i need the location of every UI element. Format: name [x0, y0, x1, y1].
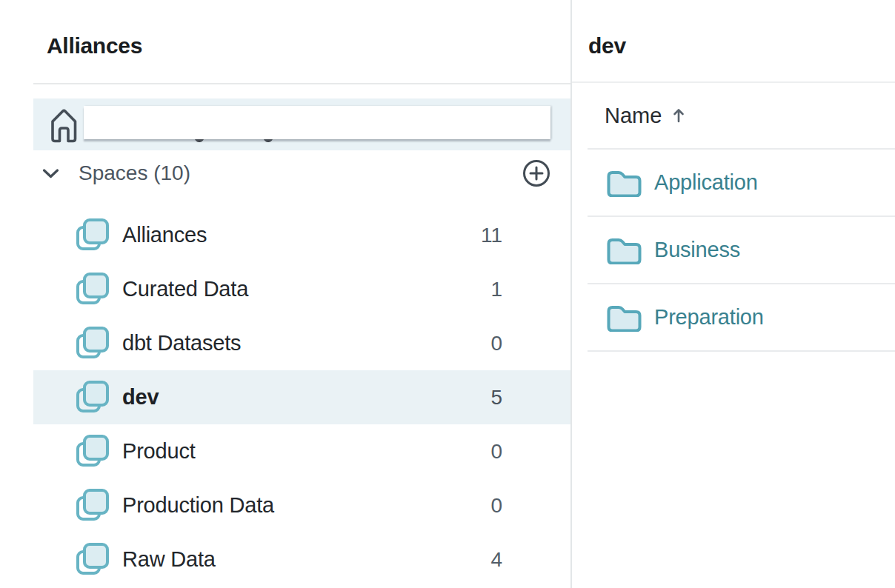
sidebar-item-dbt-datasets[interactable]: dbt Datasets 0	[33, 316, 570, 370]
space-label: Alliances	[122, 223, 207, 247]
space-icon	[76, 380, 109, 415]
table-row-application[interactable]: Application	[588, 150, 895, 217]
space-label: Product	[122, 439, 196, 464]
folder-link[interactable]: Preparation	[654, 305, 764, 330]
space-label: Curated Data	[122, 277, 248, 301]
divider	[33, 83, 570, 84]
space-icon	[76, 326, 109, 361]
space-label: Raw Data	[122, 547, 216, 572]
spaces-sidebar: Alliances Spaces (10)	[0, 0, 572, 588]
table-row-business[interactable]: Business	[588, 217, 895, 284]
space-content-panel: dev Name Application	[572, 0, 895, 588]
page-title: dev	[588, 33, 895, 63]
chevron-down-icon[interactable]	[42, 168, 59, 179]
space-label: Production Data	[122, 493, 274, 518]
folder-icon	[607, 169, 642, 197]
plus-circle-icon[interactable]	[522, 158, 551, 188]
spaces-section-label[interactable]: Spaces (10)	[79, 161, 190, 185]
space-icon	[76, 434, 109, 469]
space-icon	[76, 272, 109, 307]
sidebar-item-product[interactable]: Product 0	[33, 424, 570, 478]
sort-ascending-icon[interactable]	[672, 107, 685, 124]
space-count: 0	[471, 332, 502, 355]
table-row-preparation[interactable]: Preparation	[588, 284, 895, 352]
sidebar-item-raw-data[interactable]: Raw Data 4	[33, 532, 570, 587]
space-label: dev	[122, 385, 159, 410]
space-count: 4	[471, 548, 502, 572]
space-count: 0	[471, 440, 502, 464]
home-row[interactable]	[33, 98, 570, 150]
table-header: Name	[572, 83, 895, 148]
space-icon	[76, 542, 109, 577]
home-icon	[49, 106, 79, 144]
sidebar-item-production-data[interactable]: Production Data 0	[33, 478, 570, 532]
folder-icon	[607, 304, 642, 332]
space-list: Alliances 11 Curated Data 1	[0, 208, 570, 587]
name-column-header[interactable]: Name	[605, 104, 662, 128]
folder-link[interactable]: Business	[654, 238, 740, 262]
app-window: Alliances Spaces (10)	[0, 0, 895, 588]
space-count: 0	[471, 494, 502, 518]
space-icon	[76, 218, 109, 253]
sidebar-title: Alliances	[47, 33, 570, 63]
redaction-overlay	[84, 106, 550, 139]
space-label: dbt Datasets	[122, 331, 241, 355]
space-icon	[76, 488, 109, 523]
space-count: 11	[471, 224, 502, 247]
space-count: 1	[471, 278, 502, 301]
sidebar-item-curated-data[interactable]: Curated Data 1	[33, 262, 570, 316]
folder-icon	[607, 236, 642, 264]
sidebar-item-dev[interactable]: dev 5	[33, 370, 570, 424]
space-count: 5	[471, 386, 502, 410]
sidebar-item-alliances[interactable]: Alliances 11	[33, 208, 570, 262]
spaces-section-header: Spaces (10)	[33, 158, 570, 189]
folder-link[interactable]: Application	[654, 170, 758, 195]
